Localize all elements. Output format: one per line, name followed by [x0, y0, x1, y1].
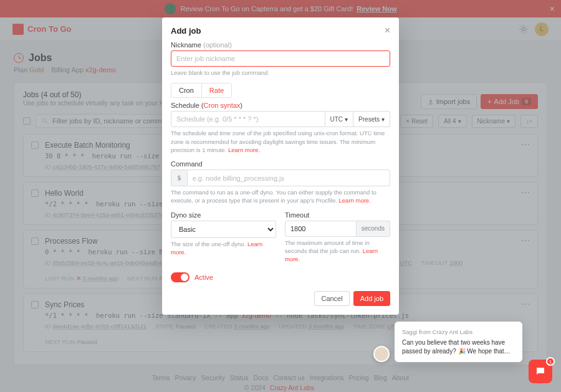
- timeout-hint: The maximum amount of time in seconds th…: [285, 239, 390, 264]
- nickname-hint: Leave blank to use the job command.: [171, 69, 390, 77]
- command-label: Command: [171, 160, 390, 168]
- chat-agent-avatar: [373, 346, 390, 362]
- timezone-select[interactable]: UTC ▾: [325, 111, 354, 127]
- presets-select[interactable]: Presets ▾: [353, 111, 390, 127]
- nickname-label: Nickname (optional): [171, 41, 390, 49]
- dyno-hint: The size of the one-off dyno. Learn more…: [171, 240, 276, 257]
- schedule-hint: The schedule and time zone of the job sp…: [171, 129, 390, 154]
- chat-popover[interactable]: Saggi from Crazy Ant Labs Can you believ…: [395, 322, 522, 362]
- active-label: Active: [194, 274, 213, 281]
- modal-close-icon[interactable]: ×: [385, 25, 390, 36]
- nickname-input[interactable]: [171, 50, 390, 67]
- schedule-learn-link[interactable]: Learn more.: [228, 146, 260, 153]
- dollar-prefix: $: [171, 170, 187, 186]
- schedule-input[interactable]: [171, 111, 325, 127]
- tab-cron[interactable]: Cron: [171, 84, 201, 97]
- cancel-button[interactable]: Cancel: [314, 291, 349, 306]
- add-job-modal: Add job × Nickname (optional) Leave blan…: [162, 17, 399, 315]
- tab-rate[interactable]: Rate: [201, 84, 231, 97]
- cron-syntax-link[interactable]: Cron syntax: [204, 102, 241, 109]
- modal-title: Add job: [171, 26, 201, 36]
- active-toggle[interactable]: [171, 272, 189, 282]
- command-input[interactable]: [187, 170, 390, 186]
- timeout-unit: seconds: [357, 221, 390, 237]
- timeout-label: Timeout: [285, 211, 390, 219]
- chat-message: Can you believe that two weeks have pass…: [402, 338, 515, 356]
- submit-button[interactable]: Add job: [353, 291, 390, 306]
- chat-from: Saggi from Crazy Ant Labs: [402, 328, 515, 336]
- schedule-label: Schedule (Cron syntax): [171, 102, 390, 109]
- timeout-input[interactable]: [285, 221, 357, 237]
- command-learn-link[interactable]: Learn more.: [339, 197, 371, 204]
- dyno-size-select[interactable]: Basic: [171, 221, 276, 238]
- chat-badge: 1: [546, 357, 555, 366]
- schedule-type-tabs: Cron Rate: [171, 83, 232, 98]
- chat-icon: [535, 366, 546, 377]
- dyno-size-label: Dyno size: [171, 211, 276, 219]
- chat-launcher[interactable]: 1: [529, 360, 552, 383]
- command-hint: The command to run as a one-off dyno. Yo…: [171, 188, 390, 205]
